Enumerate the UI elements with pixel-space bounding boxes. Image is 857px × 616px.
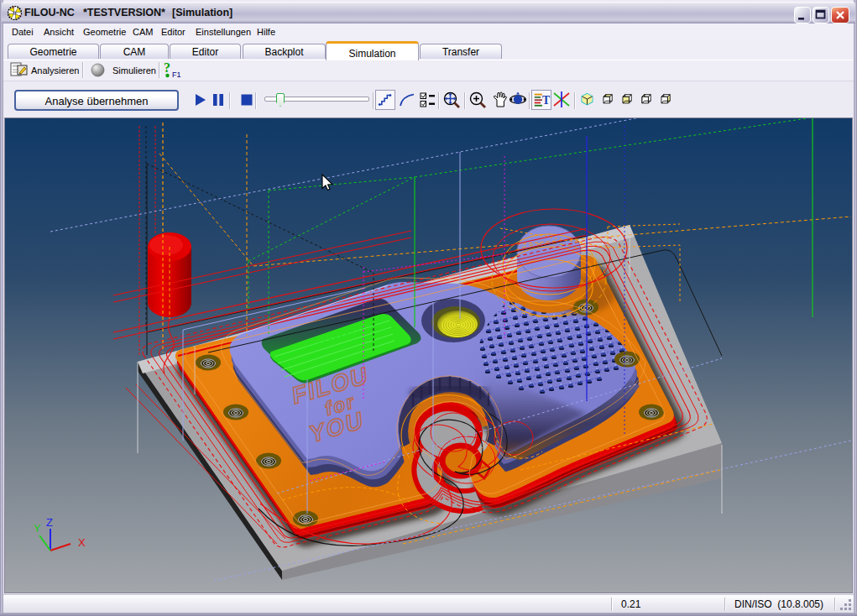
- svg-text:Y: Y: [34, 522, 41, 535]
- svg-text:Z: Z: [46, 516, 53, 529]
- svg-text:?: ?: [164, 61, 170, 75]
- svg-text:T: T: [542, 94, 550, 107]
- svg-text:F1: F1: [172, 70, 181, 79]
- svg-text:X: X: [78, 536, 86, 549]
